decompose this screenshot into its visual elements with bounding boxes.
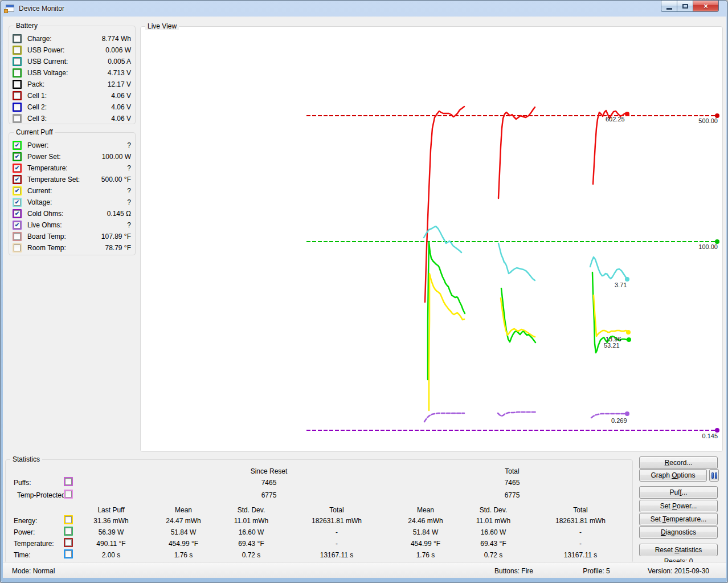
stat-cell: 13167.11 s (294, 551, 379, 560)
diagnostics-button[interactable]: Diagnostics (639, 526, 718, 539)
row-value: ? (127, 198, 135, 206)
stat-cell: 0.72 s (451, 551, 536, 560)
checkbox-inner (14, 233, 21, 240)
board-temp-checkbox[interactable] (13, 232, 22, 241)
live-ohms-checkbox[interactable]: ✔ (13, 221, 22, 230)
row-value: 0.006 W (105, 46, 135, 54)
battery-row: Cell 1: 4.06 V (9, 90, 135, 101)
puffs-checkbox[interactable] (64, 477, 73, 486)
hline-label-cold-ohms: 0.145 (702, 433, 718, 439)
window-title: Device Monitor (19, 5, 64, 13)
cell2-checkbox[interactable] (13, 103, 22, 112)
usb-power-checkbox[interactable] (13, 46, 22, 55)
usb-current-checkbox[interactable] (13, 57, 22, 66)
row-label: Room Temp: (27, 244, 66, 252)
temp-protected-label: Temp-Protected: (17, 491, 67, 500)
usb-voltage-checkbox[interactable] (13, 68, 22, 78)
cell1-checkbox[interactable] (13, 91, 22, 100)
status-buttons: Buttons: Fire (468, 567, 559, 575)
live-view-chart: 500.00100.000.145602.253.7153.2113.960.2… (141, 27, 723, 452)
minimize-button[interactable] (661, 1, 677, 12)
set-temperature-button[interactable]: Set Temperature... (639, 513, 718, 525)
status-profile: Profile: 5 (565, 567, 628, 575)
stat-cell: 11.01 mWh (208, 517, 294, 525)
temp-protected-total: 6775 (469, 491, 555, 500)
series-power-puff-1 (428, 242, 465, 380)
title-bar[interactable]: Device Monitor × (1, 1, 727, 17)
row-value: 4.06 V (111, 115, 135, 123)
status-bar: Mode: Normal Buttons: Fire Profile: 5 Ve… (3, 562, 726, 578)
row-value: ? (127, 221, 135, 229)
battery-group: Battery Charge: 8.774 Wh USB Power: 0.00… (9, 26, 136, 124)
set-power-button[interactable]: Set Power... (639, 500, 718, 512)
stat-cell: - (294, 540, 379, 548)
status-version: Version: 2015-09-30 (627, 567, 728, 575)
row-label: Power: (27, 141, 48, 149)
maximize-button[interactable] (677, 1, 693, 12)
puff-button[interactable]: Puff... (639, 486, 718, 499)
series-label-voltage-puff-3: 3.71 (615, 282, 627, 288)
current-puff-group-label: Current Puff (14, 128, 55, 136)
room-temp-checkbox[interactable] (13, 243, 22, 252)
minimize-icon (666, 8, 672, 10)
app-icon (6, 5, 14, 12)
current-puff-row: ✔ Temperature Set: 500.00 °F (9, 174, 135, 185)
series-current-puff-1 (429, 274, 464, 410)
row-value: 107.89 °F (101, 233, 135, 240)
temperature-label: Temperature: (14, 540, 54, 548)
current-puff-row: ✔ Live Ohms: ? (9, 219, 135, 231)
check-icon: ✔ (15, 199, 19, 205)
graph-options-button[interactable]: Graph Options (639, 469, 707, 482)
current-checkbox[interactable]: ✔ (13, 186, 22, 195)
checkbox-inner: ✔ (14, 210, 21, 217)
check-icon: ✔ (15, 154, 19, 160)
live-view-group: Live View 500.00100.000.145602.253.7153.… (140, 26, 723, 452)
row-value: 8.774 Wh (102, 35, 135, 43)
temperature-checkbox[interactable]: ✔ (13, 164, 22, 173)
row-label: Power Set: (27, 153, 61, 161)
pause-icon (711, 472, 717, 479)
voltage-checkbox[interactable]: ✔ (13, 198, 22, 207)
battery-row: Pack: 12.17 V (9, 79, 135, 90)
pause-button[interactable] (709, 469, 719, 482)
stat-cell: - (294, 528, 379, 537)
col-header: Std. Dev. (208, 506, 294, 515)
temperature-set-checkbox[interactable]: ✔ (13, 175, 22, 184)
check-icon: ✔ (15, 142, 19, 148)
stat-cell: 182631.81 mWh (538, 517, 623, 525)
pack-checkbox[interactable] (13, 80, 22, 89)
row-value: 78.79 °F (105, 244, 136, 252)
charge-checkbox[interactable] (13, 34, 22, 43)
cold-ohms-checkbox[interactable]: ✔ (13, 209, 22, 218)
stat-cell: - (538, 528, 623, 537)
current-puff-row: ✔ Voltage: ? (9, 197, 135, 208)
current-puff-row: ✔ Power Set: 100.00 W (9, 151, 135, 162)
row-label: Cold Ohms: (27, 210, 63, 218)
check-icon: ✔ (15, 211, 19, 217)
row-value: 100.00 W (102, 153, 135, 161)
series-label-power-puff-3: 53.21 (604, 342, 620, 349)
power-set-checkbox[interactable]: ✔ (13, 152, 22, 161)
hline-label-power-set: 100.00 (698, 243, 718, 250)
series-temperature-puff-1 (425, 107, 464, 302)
checkbox-inner (14, 70, 21, 76)
cell3-checkbox[interactable] (13, 114, 22, 123)
checkbox-inner (65, 478, 72, 485)
series-temperature-puff-2 (498, 107, 535, 198)
series-voltage-puff-3 (590, 257, 627, 279)
record-button[interactable]: Record... (639, 456, 718, 469)
check-icon: ✔ (15, 177, 19, 182)
reset-statistics-button[interactable]: Reset Statistics (639, 544, 718, 556)
row-value: ? (127, 164, 135, 172)
statistics-group-label: Statistics (10, 455, 42, 463)
battery-row: Cell 3: 4.06 V (9, 113, 135, 124)
energy-label: Energy: (14, 517, 37, 525)
stat-cell: 11.01 mWh (451, 517, 536, 525)
checkbox-inner: ✔ (14, 165, 21, 172)
checkbox-inner: ✔ (14, 153, 21, 160)
current-puff-group: Current Puff ✔ Power: ? ✔ Power Set: 100… (9, 132, 136, 255)
series-current-puff-2 (501, 298, 535, 337)
close-button[interactable]: × (693, 1, 719, 12)
power-checkbox[interactable]: ✔ (13, 141, 22, 150)
temp-protected-checkbox[interactable] (64, 490, 73, 499)
